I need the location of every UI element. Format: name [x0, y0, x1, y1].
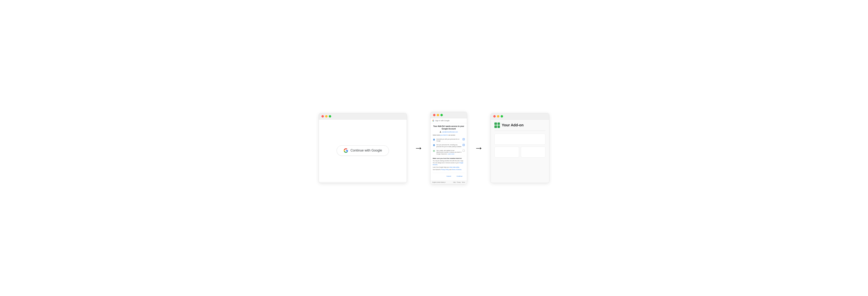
arrow-1: →	[414, 144, 423, 152]
continue-with-google-button[interactable]: Continue with Google	[337, 145, 389, 156]
perm-checkbox-3[interactable]	[463, 150, 465, 152]
addon-cards	[494, 134, 546, 157]
maximize-button-3[interactable]	[501, 115, 503, 118]
oauth-header: Sign in with Google	[431, 118, 467, 123]
close-button-3[interactable]	[493, 115, 496, 118]
addon-card-2	[494, 147, 519, 157]
permission-item-2: 👤 See your personal info, including any …	[433, 143, 465, 149]
google-btn-label: Continue with Google	[350, 149, 382, 152]
language-selector[interactable]: English (United States) ▾	[432, 182, 445, 183]
perm-label-3: See, create, and update its own attachme…	[436, 150, 462, 155]
minimize-button-3[interactable]	[497, 115, 499, 118]
arrow-2: →	[474, 144, 483, 152]
minimize-button[interactable]	[325, 115, 328, 118]
addon-card-1	[494, 134, 546, 145]
oauth-window: Sign in with Google Your Add-On! wants a…	[430, 112, 467, 184]
oauth-email-text: user@schoolDomain.com	[442, 131, 458, 133]
language-bar: English (United States) ▾ Help Privacy T…	[431, 180, 467, 184]
addon-card-3	[521, 147, 546, 157]
oauth-body: Your Add-On! wants access to your Google…	[431, 123, 467, 180]
footer-links: Help Privacy Terms	[453, 182, 465, 183]
oauth-content: Sign in with Google Your Add-On! wants a…	[431, 118, 467, 184]
permission-item-3: ▦ See, create, and update its own attach…	[433, 149, 465, 156]
user-icon	[439, 131, 441, 133]
permission-item-1: 👤 Associate you with your personal info …	[433, 137, 465, 143]
perm-icon-2: 👤	[433, 144, 435, 147]
minimize-button-2[interactable]	[437, 114, 439, 116]
titlebar-3	[491, 113, 549, 120]
addon-window: Your Add-on	[491, 113, 549, 183]
addon-content: Your Add-on	[491, 120, 549, 182]
privacy-link[interactable]: Privacy	[457, 182, 461, 183]
trust-text-3: See Kahoot!'s Privacy Policy and Terms o…	[433, 169, 465, 171]
perm-icon-3: ▦	[433, 150, 435, 152]
close-button[interactable]	[321, 115, 324, 118]
login-window: Continue with Google	[319, 113, 407, 183]
sign-in-google-label: Sign in with Google	[435, 120, 450, 122]
cancel-button[interactable]: Cancel	[444, 174, 453, 178]
google-logo-icon	[343, 148, 348, 153]
perm-checkbox-1[interactable]: ✓	[463, 138, 465, 140]
titlebar-1	[319, 113, 407, 120]
oauth-select-label: Select what your Add-On can access	[433, 134, 465, 136]
login-content: Continue with Google	[319, 120, 407, 182]
help-link[interactable]: Help	[453, 182, 456, 183]
perm-checkbox-2[interactable]: ✓	[463, 144, 465, 146]
maximize-button-2[interactable]	[440, 114, 443, 116]
addon-title: Your Add-on	[502, 123, 524, 127]
addon-cards-row	[494, 147, 546, 157]
oauth-title: Your Add-On! wants access to your Google…	[433, 125, 465, 130]
continue-button[interactable]: Continue	[454, 174, 465, 178]
oauth-email-row: user@schoolDomain.com	[433, 131, 465, 133]
trust-title: Make sure you trust the installed Add-On…	[433, 157, 465, 159]
addon-logo-icon	[494, 122, 500, 128]
perm-icon-1: 👤	[433, 138, 435, 141]
flow-container: Continue with Google → Sign in with Goog…	[306, 112, 562, 184]
trust-text-1: You may be sharing sensitive info with t…	[433, 160, 465, 166]
maximize-button[interactable]	[329, 115, 331, 118]
perm-label-1: Associate you with your personal info on…	[436, 138, 462, 142]
perm-label-2: See your personal info, including any pe…	[436, 144, 462, 148]
trust-section: Make sure you trust the installed Add-On…	[433, 156, 465, 173]
google-small-icon	[432, 120, 434, 122]
titlebar-2	[431, 112, 467, 118]
addon-header: Your Add-on	[494, 122, 546, 131]
terms-link[interactable]: Terms	[462, 182, 465, 183]
close-button-2[interactable]	[433, 114, 435, 116]
oauth-footer: Cancel Continue	[433, 173, 465, 179]
trust-text-2: Learn how Google helps you share data sa…	[433, 166, 465, 168]
